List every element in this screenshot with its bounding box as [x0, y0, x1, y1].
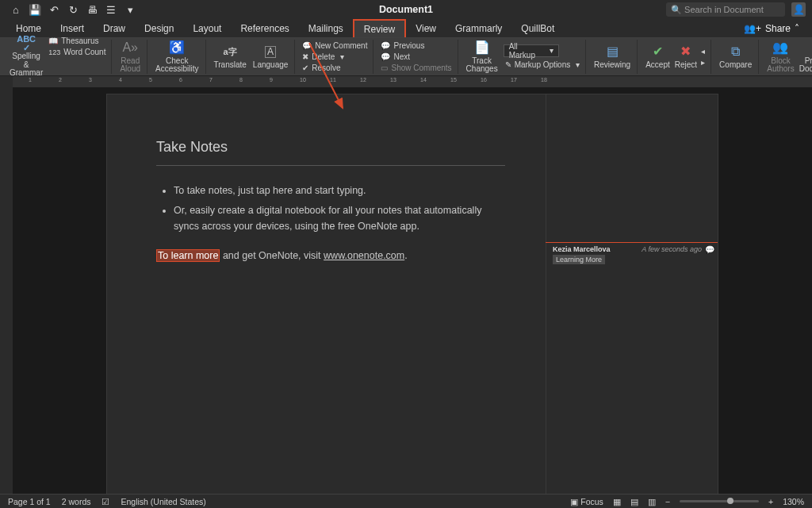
speaker-icon: A» — [122, 40, 138, 56]
check-icon: ✔ — [302, 64, 308, 72]
view-read-icon[interactable]: ▥ — [648, 497, 656, 506]
undo-icon[interactable]: ↶ — [48, 3, 60, 16]
divider — [156, 165, 505, 166]
read-aloud-button[interactable]: A»Read Aloud — [117, 40, 143, 74]
title-bar: ⌂ 💾 ↶ ↻ 🖶 ☰ ▾ Document1 🔍 Search in Docu… — [0, 0, 812, 19]
tab-review[interactable]: Review — [353, 19, 406, 37]
view-web-icon[interactable]: ▤ — [630, 497, 638, 506]
zoom-in-button[interactable]: + — [768, 497, 773, 506]
compare-button[interactable]: ⧉Compare — [717, 44, 754, 70]
search-input[interactable]: 🔍 Search in Document — [666, 2, 785, 17]
zoom-out-button[interactable]: − — [665, 497, 670, 506]
accept-icon: ✔ — [649, 44, 665, 60]
delete-comment-button[interactable]: ✖Delete ▾ — [301, 52, 369, 62]
comment-author: Kezia Marcellova — [553, 245, 611, 253]
abc-icon: ABC✓ — [18, 36, 34, 52]
spelling-grammar-button[interactable]: ABC✓Spelling & Grammar — [7, 36, 45, 78]
language-indicator[interactable]: English (United States) — [121, 497, 205, 506]
ruler-area: 123456789101112131415161718 — [0, 76, 812, 87]
language-button[interactable]: ALanguage — [251, 44, 291, 70]
paragraph[interactable]: To learn more and get OneNote, visit www… — [156, 248, 505, 263]
markup-display-dropdown[interactable]: All Markup▾ — [504, 44, 559, 57]
comment-card[interactable]: 💬 A few seconds ago Kezia Marcellova Lea… — [553, 245, 714, 264]
customize-icon[interactable]: ☰ — [105, 3, 117, 16]
page: Take Notes To take notes, just tap here … — [106, 94, 718, 494]
next-change-button[interactable]: ▸ — [699, 57, 707, 67]
resolve-comment-button[interactable]: ✔Resolve — [301, 63, 369, 73]
bullet-item[interactable]: Or, easily create a digital notebook for… — [174, 203, 505, 234]
prev-change-button[interactable]: ◂ — [699, 46, 707, 56]
ribbon-tabs: Home Insert Draw Design Layout Reference… — [0, 19, 812, 38]
compare-icon: ⧉ — [728, 44, 744, 60]
chevron-up-icon[interactable]: ˄ — [795, 23, 799, 34]
highlighted-text[interactable]: To learn more — [156, 249, 220, 262]
check-accessibility-button[interactable]: ♿Check Accessibility — [153, 40, 201, 74]
zoom-level[interactable]: 130% — [783, 497, 804, 506]
previous-comment-button[interactable]: 💬Previous — [379, 40, 453, 51]
share-button[interactable]: 👥+ Share ˄ — [737, 19, 806, 37]
user-avatar[interactable]: 👤 — [791, 2, 806, 17]
vertical-ruler[interactable] — [0, 87, 13, 494]
tab-layout[interactable]: Layout — [183, 19, 231, 37]
comment-delete-icon: ✖ — [302, 52, 308, 61]
view-print-icon[interactable]: ▦ — [613, 497, 621, 506]
spellcheck-icon[interactable]: ☑ — [102, 497, 109, 506]
tab-quillbot[interactable]: QuillBot — [511, 19, 564, 37]
heading[interactable]: Take Notes — [156, 139, 505, 156]
thesaurus-button[interactable]: 📖Thesaurus — [47, 36, 107, 46]
block-authors-button[interactable]: 👥Block Authors — [764, 40, 796, 74]
lock-icon: 🔒 — [809, 40, 812, 56]
ribbon: ABC✓Spelling & Grammar 📖Thesaurus 123Wor… — [0, 38, 812, 76]
save-icon[interactable]: 💾 — [29, 3, 41, 16]
show-comments-button: ▭Show Comments — [379, 63, 453, 73]
comment-connector — [546, 242, 718, 243]
accessibility-icon: ♿ — [169, 40, 185, 56]
tab-view[interactable]: View — [406, 19, 446, 37]
pencil-icon: ✎ — [505, 60, 511, 69]
tab-grammarly[interactable]: Grammarly — [446, 19, 511, 37]
word-count-button[interactable]: 123Word Count — [47, 47, 107, 57]
horizontal-ruler[interactable]: 123456789101112131415161718 — [13, 76, 812, 87]
redo-icon[interactable]: ↻ — [67, 3, 79, 16]
document-body[interactable]: Take Notes To take notes, just tap here … — [156, 139, 505, 263]
count-icon: 123 — [48, 48, 60, 56]
page-indicator[interactable]: Page 1 of 1 — [8, 497, 51, 506]
protect-document-button[interactable]: 🔒Protect Document — [797, 40, 812, 74]
bullet-item[interactable]: To take notes, just tap here and start t… — [174, 183, 505, 198]
reject-icon: ✖ — [678, 44, 694, 60]
comment-add-icon: 💬 — [302, 41, 312, 50]
show-comments-icon: ▭ — [381, 64, 388, 72]
comment-text[interactable]: Learning More — [553, 255, 605, 264]
comment-time: A few seconds ago — [642, 245, 702, 253]
tab-design[interactable]: Design — [135, 19, 183, 37]
comment-bubble-icon[interactable]: 💬 — [705, 245, 714, 254]
translate-icon: a字 — [222, 44, 238, 60]
tab-references[interactable]: References — [231, 19, 298, 37]
print-icon[interactable]: 🖶 — [86, 3, 98, 16]
accept-button[interactable]: ✔Accept — [643, 44, 672, 70]
next-comment-button[interactable]: 💬Next — [379, 52, 453, 62]
document-canvas[interactable]: Take Notes To take notes, just tap here … — [13, 87, 812, 494]
tab-mailings[interactable]: Mailings — [299, 19, 353, 37]
dropdown-icon[interactable]: ▾ — [124, 3, 136, 16]
focus-mode-button[interactable]: ▣ Focus — [570, 497, 603, 506]
zoom-slider[interactable] — [680, 500, 759, 502]
prev-icon: 💬 — [381, 41, 390, 50]
globe-icon: A — [262, 44, 278, 60]
pane-icon: ▤ — [604, 44, 620, 60]
reviewing-pane-button[interactable]: ▤Reviewing — [592, 44, 633, 70]
onenote-link[interactable]: www.onenote.com — [324, 250, 404, 261]
reject-button[interactable]: ✖Reject — [672, 44, 699, 70]
markup-options-button[interactable]: ✎Markup Options ▾ — [504, 60, 581, 70]
next-icon: 💬 — [381, 52, 390, 61]
home-icon[interactable]: ⌂ — [10, 3, 22, 16]
new-comment-button[interactable]: 💬New Comment — [301, 40, 369, 51]
word-count-indicator[interactable]: 2 words — [62, 497, 91, 506]
track-changes-button[interactable]: 📄Track Changes — [464, 40, 500, 74]
tab-insert[interactable]: Insert — [51, 19, 94, 37]
book-icon: 📖 — [48, 37, 58, 45]
translate-button[interactable]: a字Translate — [212, 44, 249, 70]
track-icon: 📄 — [474, 40, 490, 56]
tab-draw[interactable]: Draw — [94, 19, 135, 37]
quick-access-toolbar: ⌂ 💾 ↶ ↻ 🖶 ☰ ▾ — [0, 0, 146, 19]
